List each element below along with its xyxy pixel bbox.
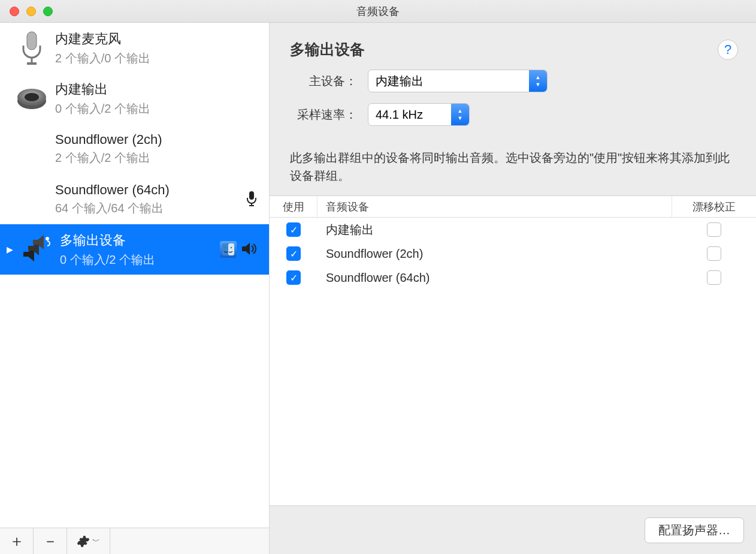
device-io-label: 64 个输入/64 个输出 — [55, 200, 246, 216]
select-stepper-icon: ▲▼ — [451, 104, 469, 125]
row-device-name: Soundflower (2ch) — [317, 242, 672, 266]
device-name: Soundflower (64ch) — [55, 182, 246, 198]
use-checkbox[interactable]: ✓ — [286, 270, 301, 285]
device-io-label: 2 个输入/0 个输出 — [55, 50, 263, 67]
sidebar-device-multi-output[interactable]: ▶ 多输出设备 0 个输入/2 个输出 — [0, 224, 269, 275]
sidebar-device-builtin-output[interactable]: 内建输出 0 个输入/2 个输出 — [0, 73, 269, 124]
add-device-button[interactable]: ＋ — [0, 528, 34, 554]
row-device-name: Soundflower (64ch) — [317, 266, 672, 290]
col-name-header[interactable]: 音频设备 — [317, 196, 672, 217]
table-header: 使用 音频设备 漂移校正 — [270, 196, 756, 218]
device-io-label: 2 个输入/2 个输出 — [55, 150, 263, 166]
main-panel: 多输出设备 ? 主设备： 内建输出 ▲▼ 采样速率： 44.1 kHz ▲▼ — [270, 23, 756, 554]
sample-rate-value: 44.1 kHz — [368, 104, 451, 125]
row-device-name: 内建输出 — [317, 218, 672, 242]
titlebar: 音频设备 — [0, 0, 756, 23]
sample-rate-select[interactable]: 44.1 kHz ▲▼ — [368, 103, 470, 126]
detail-title: 多输出设备 — [290, 40, 365, 59]
select-stepper-icon: ▲▼ — [529, 70, 547, 92]
device-io-label: 0 个输入/2 个输出 — [55, 101, 263, 117]
svg-rect-0 — [27, 32, 37, 50]
svg-point-12 — [225, 247, 226, 249]
device-sidebar: 内建麦克风 2 个输入/0 个输出 — [0, 23, 270, 554]
drift-checkbox[interactable] — [707, 246, 721, 261]
configure-speakers-button[interactable]: 配置扬声器… — [645, 517, 744, 543]
svg-point-9 — [46, 237, 49, 240]
default-input-icon — [246, 191, 257, 208]
sample-rate-row: 采样速率： 44.1 kHz ▲▼ — [290, 103, 738, 126]
default-output-icon — [241, 242, 257, 257]
speaker-icon — [8, 82, 55, 115]
audio-devices-window: 音频设备 内建麦克风 2 个输入/0 个输出 — [0, 0, 756, 554]
content: 内建麦克风 2 个输入/0 个输出 — [0, 23, 756, 554]
drift-checkbox[interactable] — [707, 222, 721, 237]
master-device-row: 主设备： 内建输出 ▲▼ — [290, 70, 738, 92]
remove-device-button[interactable]: － — [34, 528, 67, 554]
col-drift-header[interactable]: 漂移校正 — [672, 196, 756, 217]
master-device-value: 内建输出 — [368, 70, 529, 92]
col-use-header[interactable]: 使用 — [270, 196, 317, 217]
master-device-select[interactable]: 内建输出 ▲▼ — [368, 70, 548, 92]
device-name: Soundflower (2ch) — [55, 132, 263, 147]
drift-checkbox[interactable] — [707, 270, 721, 285]
main-footer: 配置扬声器… — [270, 506, 756, 554]
sidebar-toolbar: ＋ － ﹀ — [0, 528, 269, 554]
svg-point-5 — [25, 93, 39, 101]
microphone-icon — [8, 30, 55, 66]
chevron-down-icon: ﹀ — [92, 536, 100, 547]
actions-menu-button[interactable]: ﹀ — [67, 528, 110, 554]
settings-rows: 主设备： 内建输出 ▲▼ 采样速率： 44.1 kHz ▲▼ — [270, 65, 756, 149]
aggregate-device-icon — [13, 235, 60, 264]
description-text: 此多输出群组中的设备将同时输出音频。选中设备旁边的"使用"按钮来将其添加到此设备… — [270, 149, 756, 195]
device-name: 内建麦克风 — [55, 30, 263, 48]
device-list: 内建麦克风 2 个输入/0 个输出 — [0, 23, 269, 528]
use-checkbox[interactable]: ✓ — [286, 246, 301, 261]
device-io-label: 0 个输入/2 个输出 — [60, 252, 220, 268]
table-row[interactable]: ✓ Soundflower (64ch) — [270, 266, 756, 290]
help-button[interactable]: ? — [718, 40, 738, 60]
main-header: 多输出设备 ? — [270, 23, 756, 65]
table-row[interactable]: ✓ Soundflower (2ch) — [270, 242, 756, 266]
gear-icon — [77, 535, 90, 548]
svg-point-13 — [231, 247, 232, 249]
sidebar-device-soundflower-64ch[interactable]: Soundflower (64ch) 64 个输入/64 个输出 — [0, 174, 269, 224]
use-checkbox[interactable]: ✓ — [286, 222, 301, 237]
system-effects-icon — [220, 241, 237, 258]
svg-rect-6 — [249, 191, 254, 200]
device-table: 使用 音频设备 漂移校正 ✓ 内建输出 ✓ Soundflower (2ch) … — [270, 195, 756, 506]
sample-rate-label: 采样速率： — [290, 107, 368, 123]
svg-rect-11 — [228, 243, 234, 255]
table-row[interactable]: ✓ 内建输出 — [270, 218, 756, 242]
sidebar-device-soundflower-2ch[interactable]: Soundflower (2ch) 2 个输入/2 个输出 — [0, 124, 269, 174]
window-title: 音频设备 — [0, 4, 756, 19]
sidebar-device-builtin-mic[interactable]: 内建麦克风 2 个输入/0 个输出 — [0, 23, 269, 73]
device-name: 多输出设备 — [60, 231, 220, 249]
master-device-label: 主设备： — [290, 73, 368, 89]
device-name: 内建输出 — [55, 80, 263, 98]
